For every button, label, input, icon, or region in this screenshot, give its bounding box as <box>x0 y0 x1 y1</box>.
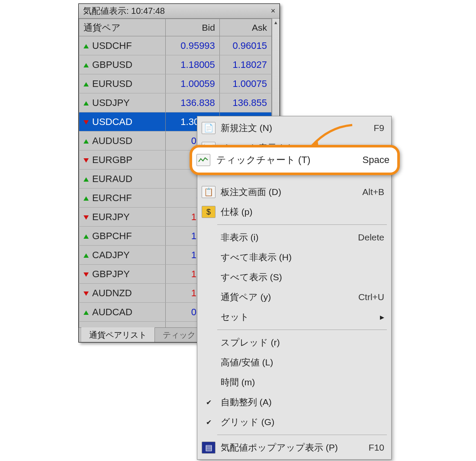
blank-icon <box>202 311 215 323</box>
col-bid[interactable]: Bid <box>166 19 220 36</box>
pair-symbol: AUDCAD <box>92 307 132 317</box>
menu-item-label: 時間 (m) <box>221 376 380 388</box>
menu-item-label: 仕様 (p) <box>221 206 380 218</box>
arrow-down-icon <box>84 291 89 296</box>
menu-item-accel: Ctrl+U <box>358 292 384 302</box>
menu-item[interactable]: すべて表示 (S) <box>198 267 390 287</box>
blank-icon <box>202 291 215 303</box>
menu-item-label: 高値/安値 (L) <box>221 356 380 368</box>
arrow-down-icon <box>84 215 89 220</box>
menu-item-label: 気配値ポップアップ表示 (P) <box>221 442 364 454</box>
blank-icon <box>202 376 215 388</box>
menu-separator <box>217 435 387 435</box>
ask-cell: 136.855 <box>219 93 271 112</box>
blank-icon <box>202 336 215 349</box>
spec-icon: $ <box>202 206 215 218</box>
menu-item[interactable]: セット▶ <box>198 307 390 327</box>
highlight-tick-chart[interactable]: ティックチャート (T) Space <box>190 145 400 175</box>
bid-cell: 1.18005 <box>166 55 220 74</box>
menu-item[interactable]: 自動整列 (A) <box>198 392 390 412</box>
ask-cell: 1.18027 <box>219 55 271 74</box>
ask-cell: 1.00075 <box>219 74 271 93</box>
col-ask[interactable]: Ask <box>219 19 271 36</box>
pointer-arrow-icon <box>305 123 357 157</box>
arrow-down-icon <box>84 120 89 125</box>
arrow-up-icon <box>84 196 89 201</box>
pair-symbol: USDCHF <box>92 40 132 51</box>
check-icon <box>202 396 215 408</box>
table-row[interactable]: GBPUSD1.180051.18027 <box>79 55 272 74</box>
menu-separator <box>217 330 387 330</box>
arrow-up-icon <box>84 139 89 144</box>
menu-item[interactable]: 📄新規注文 (N)F9 <box>198 118 390 138</box>
panel-title: 気配値表示: 10:47:48 <box>83 5 268 17</box>
pair-symbol: GBPCHF <box>92 230 132 241</box>
pair-symbol: CADJPY <box>92 250 130 260</box>
arrow-up-icon <box>84 101 89 106</box>
bid-cell: 0.95993 <box>166 36 220 55</box>
blank-icon <box>202 251 215 263</box>
pair-symbol: GBPUSD <box>92 59 132 70</box>
table-row[interactable]: USDCHF0.959930.96015 <box>79 36 272 55</box>
tab-pair-list[interactable]: 通貨ペアリスト <box>81 327 155 342</box>
arrow-up-icon <box>84 82 89 86</box>
menu-item-label: 板注文画面 (D) <box>221 186 358 198</box>
pair-symbol: AUDNZD <box>92 288 132 298</box>
highlight-accel: Space <box>363 154 389 166</box>
menu-item[interactable]: ▤気配値ポップアップ表示 (P)F10 <box>198 438 390 458</box>
blank-icon <box>202 271 215 283</box>
arrow-up-icon <box>84 311 89 315</box>
menu-item[interactable]: スプレッド (r) <box>198 333 390 352</box>
check-icon <box>202 416 215 428</box>
menu-item-accel: Delete <box>358 232 384 243</box>
blank-icon <box>202 356 215 368</box>
menu-item[interactable]: 通貨ペア (y)Ctrl+U <box>198 287 390 307</box>
menu-item[interactable]: すべて非表示 (H) <box>198 247 390 267</box>
table-row[interactable]: USDJPY136.838136.855 <box>79 93 272 112</box>
bid-cell: 1.00059 <box>166 74 220 93</box>
arrow-down-icon <box>84 272 89 277</box>
pair-symbol: EURCHF <box>92 192 132 203</box>
panel-titlebar[interactable]: 気配値表示: 10:47:48 × <box>79 4 280 19</box>
col-pair[interactable]: 通貨ペア <box>79 19 166 36</box>
pair-symbol: USDCAD <box>92 116 132 127</box>
arrow-up-icon <box>84 177 89 182</box>
menu-item-label: すべて表示 (S) <box>221 271 380 283</box>
arrow-down-icon <box>84 158 89 163</box>
pair-symbol: AUDUSD <box>92 135 132 146</box>
pair-symbol: AUDCHF <box>92 326 132 328</box>
ask-cell: 0.96015 <box>219 36 271 55</box>
svg-marker-0 <box>311 140 318 147</box>
arrow-up-icon <box>84 63 89 67</box>
menu-item-label: スプレッド (r) <box>221 336 380 349</box>
menu-item[interactable]: 時間 (m) <box>198 372 390 392</box>
menu-item-label: セット <box>221 311 380 323</box>
menu-item-label: 非表示 (i) <box>221 231 354 243</box>
table-row[interactable]: EURUSD1.000591.00075 <box>79 74 272 93</box>
menu-item[interactable]: $仕様 (p) <box>198 202 390 222</box>
new-order-icon: 📄 <box>202 122 215 134</box>
menu-item-accel: Alt+B <box>362 187 384 197</box>
menu-item[interactable]: 非表示 (i)Delete <box>198 227 390 247</box>
menu-item[interactable]: 高値/安値 (L) <box>198 352 390 372</box>
popup-icon: ▤ <box>202 442 215 454</box>
arrow-up-icon <box>84 44 89 48</box>
menu-item-label: グリッド (G) <box>221 416 380 428</box>
menu-item-label: すべて非表示 (H) <box>221 251 380 263</box>
arrow-up-icon <box>84 234 89 239</box>
menu-item-label: 自動整列 (A) <box>221 396 380 408</box>
depth-icon: 📋 <box>202 186 215 198</box>
tick-chart-icon <box>196 154 210 166</box>
chevron-right-icon: ▶ <box>380 314 384 320</box>
pair-symbol: GBPJPY <box>92 269 130 279</box>
blank-icon <box>202 231 215 243</box>
close-icon[interactable]: × <box>268 6 278 16</box>
pair-symbol: EURJPY <box>92 211 130 222</box>
chevron-up-icon[interactable]: ▴ <box>272 19 280 26</box>
menu-separator <box>217 224 387 225</box>
table-header-row[interactable]: 通貨ペア Bid Ask <box>79 19 272 36</box>
menu-item[interactable]: グリッド (G) <box>198 412 390 432</box>
menu-item-label: 通貨ペア (y) <box>221 291 354 303</box>
bid-cell: 136.838 <box>166 93 220 112</box>
menu-item[interactable]: 📋板注文画面 (D)Alt+B <box>198 182 390 202</box>
